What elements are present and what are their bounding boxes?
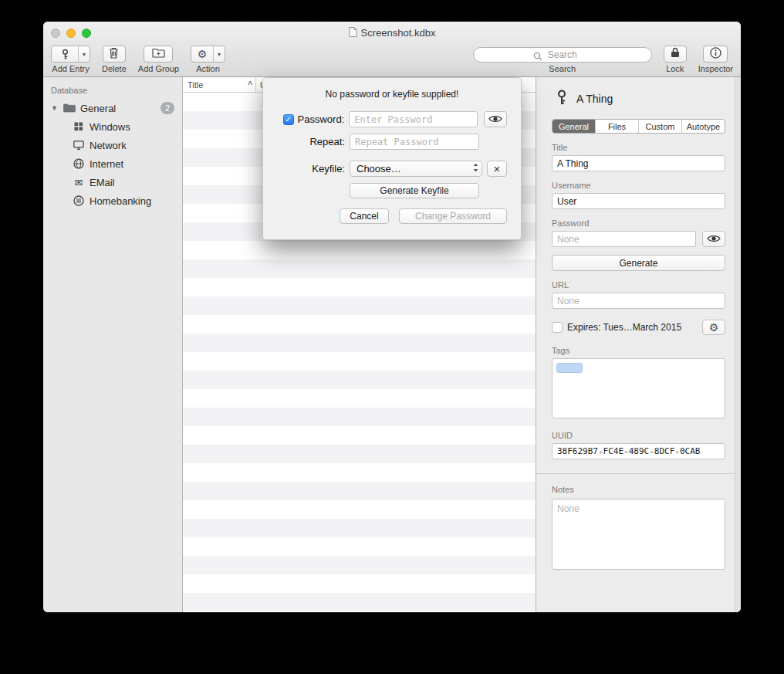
password-input[interactable] (349, 111, 478, 127)
password-field[interactable] (552, 231, 696, 247)
add-group-button[interactable] (144, 46, 173, 63)
sidebar-item-windows[interactable]: Windows (43, 117, 182, 136)
folder-plus-icon (152, 47, 165, 61)
repeat-label: Repeat: (309, 136, 345, 147)
expires-label: Expires: Tues…March 2015 (567, 322, 698, 333)
chevron-down-icon[interactable]: ▾ (213, 46, 225, 62)
coin-icon (73, 195, 85, 206)
tab-general[interactable]: General (553, 120, 595, 133)
generate-keyfile-button[interactable]: Generate Keyfile (350, 183, 479, 198)
tags-label: Tags (552, 346, 725, 355)
chevron-down-icon[interactable]: ▾ (78, 46, 90, 62)
clear-keyfile-button[interactable]: × (487, 161, 507, 177)
sidebar-item-internet[interactable]: Internet (43, 154, 182, 173)
password-row: ✓ Password: (277, 111, 507, 127)
sidebar-item-email[interactable]: ✉ EMail (43, 173, 182, 191)
expires-checkbox[interactable] (552, 322, 563, 333)
sidebar-header: Database (43, 83, 182, 99)
key-plus-icon (52, 46, 78, 62)
expires-row: Expires: Tues…March 2015 ⚙ (552, 320, 725, 335)
content-area: Database ▼ General 2 Windows Network Int… (43, 77, 741, 612)
inspector-tabs: General Files Custom Autotype (552, 119, 725, 134)
disclosure-triangle-icon[interactable]: ▼ (51, 104, 59, 112)
inspector-scrollbar[interactable] (735, 77, 741, 612)
info-icon (710, 47, 721, 62)
password-checkbox[interactable]: ✓ (283, 114, 294, 125)
key-icon (555, 90, 569, 108)
tags-box[interactable] (552, 358, 725, 418)
toolbar-right: Search Lock Inspector (473, 46, 733, 73)
popup-chevrons-icon (473, 163, 478, 174)
column-header-title[interactable]: Title ^ (183, 77, 255, 92)
sidebar-item-label: Network (90, 140, 127, 151)
trash-icon (109, 47, 119, 62)
password-field-row (552, 231, 725, 247)
add-entry-label: Add Entry (52, 64, 89, 73)
titlebar: Screenshot.kdbx (43, 22, 741, 44)
search-icon (533, 50, 542, 64)
url-field-label: URL (552, 280, 725, 290)
keyfile-selected-value: Choose… (357, 163, 473, 174)
window-title: Screenshot.kdbx (361, 27, 436, 39)
sidebar-item-homebanking[interactable]: Homebanking (43, 191, 182, 210)
eye-icon (707, 232, 721, 246)
add-group-item: Add Group (138, 46, 179, 73)
sidebar-group-general[interactable]: ▼ General 2 (43, 99, 182, 117)
delete-button[interactable] (103, 46, 126, 63)
delete-item: Delete (102, 46, 127, 73)
keyfile-row: Keyfile: Choose… × (277, 161, 507, 177)
title-field[interactable] (552, 155, 725, 171)
notes-label: Notes (552, 485, 725, 494)
inspector-button[interactable] (703, 46, 728, 63)
lock-icon (671, 47, 680, 61)
delete-label: Delete (102, 64, 127, 73)
reveal-password-button[interactable] (702, 231, 725, 247)
toolbar: ▾ Add Entry Delete Add Group ⚙ ▾ (43, 44, 741, 76)
gear-icon: ⚙ (709, 322, 719, 333)
generate-password-button[interactable]: Generate (552, 255, 725, 271)
uuid-label: UUID (552, 431, 725, 440)
lock-label: Lock (666, 64, 684, 73)
sidebar-item-label: EMail (90, 177, 115, 188)
close-icon: × (494, 162, 501, 175)
envelope-icon: ✉ (73, 177, 85, 188)
show-password-button[interactable] (484, 111, 507, 127)
url-field[interactable] (552, 293, 725, 309)
expires-settings-button[interactable]: ⚙ (702, 320, 725, 335)
gear-icon: ⚙ (191, 46, 213, 62)
username-field-label: Username (552, 181, 725, 190)
notes-field[interactable] (552, 499, 725, 570)
password-label: Password: (298, 113, 345, 125)
eye-icon (488, 113, 502, 127)
sidebar-item-network[interactable]: Network (43, 136, 182, 154)
change-password-button[interactable]: Change Password (399, 208, 507, 224)
app-window: Screenshot.kdbx ▾ Add Entry Delete (43, 22, 741, 612)
window-chrome: Screenshot.kdbx ▾ Add Entry Delete (43, 22, 741, 77)
sidebar-item-label: Homebanking (90, 195, 151, 207)
repeat-password-input[interactable] (350, 134, 479, 150)
globe-icon (73, 158, 85, 169)
tab-custom[interactable]: Custom (638, 120, 681, 133)
add-entry-button[interactable]: ▾ (51, 46, 90, 63)
keyfile-popup[interactable]: Choose… (350, 161, 482, 177)
cancel-button[interactable]: Cancel (340, 208, 389, 224)
entry-count-badge: 2 (161, 102, 174, 114)
search-item: Search (473, 46, 652, 73)
action-button[interactable]: ⚙ ▾ (191, 46, 225, 63)
change-password-dialog: No password or keyfile supplied! ✓ Passw… (262, 77, 522, 240)
username-field[interactable] (552, 193, 725, 209)
inspector-label: Inspector (698, 64, 733, 73)
inspector-item: Inspector (698, 46, 733, 73)
tab-autotype[interactable]: Autotype (681, 120, 725, 133)
uuid-field[interactable] (552, 443, 725, 459)
minimize-button[interactable] (66, 29, 76, 38)
tag-pill[interactable] (556, 363, 583, 373)
tab-files[interactable]: Files (595, 120, 638, 133)
action-label: Action (196, 64, 220, 73)
lock-button[interactable] (664, 46, 687, 63)
add-group-label: Add Group (138, 64, 179, 73)
search-input[interactable] (473, 47, 652, 63)
close-button[interactable] (51, 29, 60, 38)
zoom-button[interactable] (82, 29, 91, 38)
inspector-panel: A Thing General Files Custom Autotype Ti… (536, 77, 741, 612)
